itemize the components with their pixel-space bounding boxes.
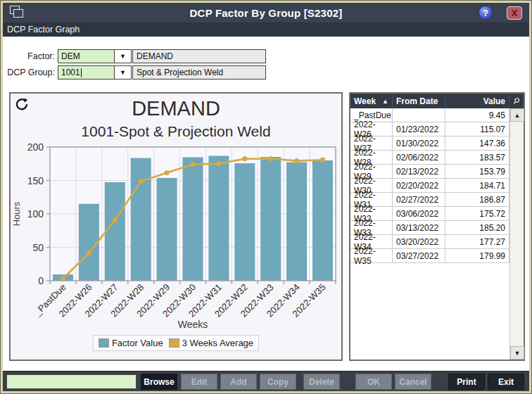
table-cell-fromdate: 02/20/2022 bbox=[393, 179, 445, 192]
chart-title: DEMAND bbox=[11, 97, 341, 120]
table-cell-fromdate: 03/06/2022 bbox=[393, 207, 445, 220]
exit-button[interactable]: Exit bbox=[488, 374, 524, 390]
dcp-group-row: DCP Group: 1001 ▼ Spot & Projection Weld bbox=[4, 65, 266, 80]
table-cell-value: 183.57 bbox=[445, 151, 509, 164]
column-label: Value bbox=[483, 96, 505, 106]
delete-button: Delete bbox=[303, 374, 340, 390]
print-button[interactable]: Print bbox=[448, 374, 485, 390]
browse-button[interactable]: Browse bbox=[141, 374, 177, 390]
chart-panel: DEMAND 1001-Spot & Projection Weld 05010… bbox=[9, 92, 343, 361]
dcp-group-dropdown-button[interactable]: ▼ bbox=[115, 65, 132, 80]
sort-ascending-icon: ▲ bbox=[382, 98, 388, 105]
factor-label: Factor: bbox=[4, 51, 58, 61]
page-title: DCP Factor Graph bbox=[3, 23, 529, 37]
window-frame: DCP Factor By Group [S2302] ? X DCP Fact… bbox=[0, 0, 532, 394]
table-cell-value: 9.45 bbox=[445, 108, 509, 122]
svg-text:100: 100 bbox=[27, 208, 44, 220]
close-button[interactable]: X bbox=[507, 6, 522, 20]
table-cell-fromdate bbox=[393, 108, 445, 122]
ok-button: OK bbox=[355, 374, 392, 390]
factor-row: Factor: DEM ▼ DEMAND bbox=[4, 49, 266, 63]
bottom-toolbar: BrowseEditAddCopyDeleteOKCancelPrintExit bbox=[3, 371, 529, 391]
x-axis-title: Weeks bbox=[50, 319, 336, 330]
copy-button: Copy bbox=[260, 374, 296, 390]
column-header-week[interactable]: Week ▲ bbox=[350, 94, 393, 108]
table-cell-value: 147.36 bbox=[445, 136, 509, 150]
table-cell-fromdate: 03/27/2022 bbox=[393, 249, 445, 262]
grid-rows: _PastDue9.452022-W2601/23/2022115.072022… bbox=[350, 108, 509, 263]
grid-header: Week ▲ From Date Value bbox=[350, 94, 524, 108]
scroll-up-icon[interactable]: ▲ bbox=[510, 108, 524, 122]
table-cell-value: 184.71 bbox=[445, 179, 509, 192]
table-cell-fromdate: 02/27/2022 bbox=[393, 193, 445, 206]
factor-dropdown-button[interactable]: ▼ bbox=[115, 49, 132, 63]
dcp-group-input[interactable]: 1001 bbox=[58, 65, 115, 80]
dcp-group-code: 1001 bbox=[61, 68, 80, 77]
edit-button: Edit bbox=[181, 374, 217, 390]
search-icon[interactable] bbox=[509, 94, 524, 108]
svg-text:200: 200 bbox=[27, 143, 44, 153]
help-button[interactable]: ? bbox=[479, 6, 493, 20]
svg-text:50: 50 bbox=[32, 242, 44, 253]
svg-text:0: 0 bbox=[38, 275, 44, 286]
legend-item: 3 Weeks Average bbox=[169, 338, 253, 348]
add-button: Add bbox=[220, 374, 257, 390]
window-title: DCP Factor By Group [S2302] bbox=[3, 7, 529, 19]
dcp-group-label: DCP Group: bbox=[4, 68, 58, 77]
factor-chart-plot: 050100150200_PastDue2022-W262022-W272022… bbox=[11, 143, 341, 319]
factor-code: DEM bbox=[61, 51, 80, 61]
chevron-down-icon: ▼ bbox=[120, 53, 126, 60]
column-label: From Date bbox=[396, 96, 438, 106]
chevron-down-icon: ▼ bbox=[120, 69, 126, 76]
legend-label: 3 Weeks Average bbox=[182, 338, 253, 348]
svg-text:Hours: Hours bbox=[11, 201, 22, 226]
table-cell-value: 179.99 bbox=[445, 249, 509, 262]
table-cell-fromdate: 03/13/2022 bbox=[393, 221, 445, 234]
table-cell-value: 153.79 bbox=[445, 165, 509, 178]
chart-legend: Factor Value3 Weeks Average bbox=[11, 335, 341, 351]
chart-subtitle: 1001-Spot & Projection Weld bbox=[11, 123, 341, 140]
table-cell-fromdate: 02/06/2022 bbox=[393, 151, 445, 164]
legend-item: Factor Value bbox=[99, 338, 163, 348]
title-bar: DCP Factor By Group [S2302] ? X bbox=[3, 3, 529, 23]
table-cell-value: 175.72 bbox=[445, 207, 509, 220]
vertical-scrollbar[interactable]: ▲ ▼ bbox=[509, 108, 524, 360]
column-header-value[interactable]: Value bbox=[445, 94, 509, 108]
table-cell-fromdate: 03/20/2022 bbox=[393, 235, 445, 248]
table-cell-fromdate: 02/13/2022 bbox=[393, 165, 445, 178]
table-cell-value: 186.87 bbox=[445, 193, 509, 206]
table-cell-fromdate: 01/30/2022 bbox=[393, 136, 445, 150]
table-cell-value: 177.27 bbox=[445, 235, 509, 248]
legend-swatch bbox=[99, 338, 109, 348]
scroll-down-icon[interactable]: ▼ bbox=[510, 346, 524, 360]
svg-text:150: 150 bbox=[27, 175, 44, 186]
table-cell-value: 185.20 bbox=[445, 221, 509, 234]
text-caret bbox=[81, 68, 82, 77]
cancel-button: Cancel bbox=[395, 374, 431, 390]
factor-input[interactable]: DEM bbox=[58, 49, 115, 63]
dcp-group-description-field: Spot & Projection Weld bbox=[132, 65, 266, 80]
status-field bbox=[6, 374, 137, 389]
legend-box: Factor Value3 Weeks Average bbox=[93, 335, 259, 351]
factor-description-field: DEMAND bbox=[132, 49, 266, 63]
app-window: DCP Factor By Group [S2302] ? X DCP Fact… bbox=[3, 3, 529, 391]
legend-label: Factor Value bbox=[112, 338, 163, 348]
data-grid-panel: Week ▲ From Date Value _PastDue9.452022-… bbox=[349, 92, 525, 361]
table-row[interactable]: 2022-W3503/27/2022179.99 bbox=[350, 249, 509, 263]
table-cell-fromdate: 01/23/2022 bbox=[393, 122, 445, 136]
legend-swatch bbox=[169, 338, 179, 348]
table-cell-value: 115.07 bbox=[445, 122, 509, 136]
table-cell-week: 2022-W35 bbox=[350, 249, 393, 262]
column-label: Week bbox=[354, 96, 376, 106]
column-header-from-date[interactable]: From Date bbox=[393, 94, 445, 108]
